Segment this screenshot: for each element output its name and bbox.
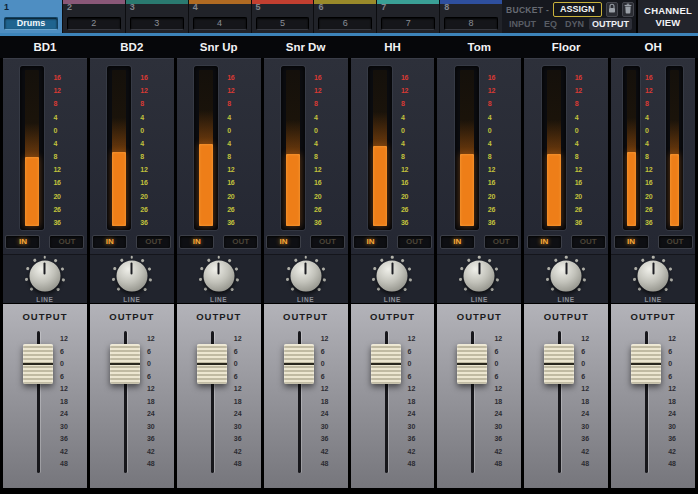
meter-scale-label: 26	[314, 206, 330, 213]
bucket-tab-3[interactable]: 33	[126, 0, 188, 33]
meter-scale: 1612840481216202636	[140, 74, 156, 226]
meter-section: 1612840481216202636INOUT	[351, 58, 435, 254]
bucket-tab-1[interactable]: 1Drums	[0, 0, 62, 33]
channel-name-3[interactable]: Snr Up	[177, 36, 261, 58]
fader-scale-label: 18	[147, 398, 165, 405]
trash-button[interactable]	[622, 2, 634, 17]
bucket-tab-2[interactable]: 22	[63, 0, 125, 33]
channel-name-6[interactable]: Tom	[437, 36, 521, 58]
view-mode-eq[interactable]: EQ	[541, 18, 560, 30]
channel-strips: 1612840481216202636INOUTLINEOUTPUT126061…	[0, 58, 698, 494]
fader-cap[interactable]	[631, 344, 661, 384]
meter-scale-label: 20	[488, 193, 504, 200]
tab-name-field[interactable]: 4	[193, 17, 247, 30]
tab-name-field[interactable]: 6	[318, 17, 372, 30]
fader-scale-label: 12	[668, 385, 686, 392]
fader-scale: 1260612182430364248	[668, 335, 686, 467]
bucket-tab-4[interactable]: 44	[189, 0, 251, 33]
line-knob[interactable]	[29, 261, 60, 292]
knob-tick-dot	[235, 267, 238, 270]
out-button[interactable]: OUT	[136, 235, 171, 249]
in-button[interactable]: IN	[5, 235, 40, 249]
out-button[interactable]: OUT	[310, 235, 345, 249]
meter-area: 1612840481216202636	[611, 59, 695, 232]
out-button[interactable]: OUT	[571, 235, 606, 249]
channel-name-4[interactable]: Snr Dw	[264, 36, 348, 58]
fader-cap[interactable]	[284, 344, 314, 384]
meter-area: 1612840481216202636	[3, 59, 87, 232]
in-button[interactable]: IN	[92, 235, 127, 249]
meter-scale: 1612840481216202636	[314, 74, 330, 226]
fader-cap[interactable]	[197, 344, 227, 384]
knob-tick-dot	[148, 267, 151, 270]
meter-scale-label: 12	[53, 166, 69, 173]
meter-section: 1612840481216202636INOUT	[177, 58, 261, 254]
in-button[interactable]: IN	[527, 235, 562, 249]
knob-tick-dot	[26, 267, 29, 270]
line-knob[interactable]	[464, 261, 495, 292]
bucket-tab-6[interactable]: 66	[314, 0, 376, 33]
fader-cap[interactable]	[371, 344, 401, 384]
in-button[interactable]: IN	[353, 235, 388, 249]
channel-view-button[interactable]: CHANNEL VIEW	[636, 0, 698, 33]
channel-name-5[interactable]: HH	[351, 36, 435, 58]
meter-scale-label: 8	[575, 153, 591, 160]
fader-area: 1260612182430364248	[437, 326, 521, 488]
line-knob[interactable]	[290, 261, 321, 292]
line-knob[interactable]	[203, 261, 234, 292]
tab-name-field[interactable]: 8	[444, 17, 498, 30]
fader-scale: 1260612182430364248	[60, 335, 78, 467]
fader-cap[interactable]	[110, 344, 140, 384]
line-knob[interactable]	[551, 261, 582, 292]
knob-tick-dot	[61, 267, 64, 270]
tab-name-field[interactable]: 2	[67, 17, 121, 30]
view-mode-dyn[interactable]: DYN	[562, 18, 587, 30]
in-button[interactable]: IN	[179, 235, 214, 249]
meter-fill	[112, 152, 126, 226]
out-button[interactable]: OUT	[223, 235, 258, 249]
meter-scale-label: 16	[645, 74, 661, 81]
bucket-tab-5[interactable]: 55	[252, 0, 314, 33]
knob-pointer	[478, 263, 480, 275]
fader-cap[interactable]	[544, 344, 574, 384]
meter-scale-label: 12	[140, 87, 156, 94]
tab-name-field[interactable]: Drums	[4, 17, 58, 30]
out-button[interactable]: OUT	[397, 235, 432, 249]
meter-scale-label: 16	[575, 74, 591, 81]
view-mode-output[interactable]: OUTPUT	[589, 18, 632, 30]
view-mode-input[interactable]: INPUT	[506, 18, 539, 30]
meter-scale-label: 26	[645, 206, 661, 213]
channel-name-1[interactable]: BD1	[3, 36, 87, 58]
line-knob[interactable]	[638, 261, 669, 292]
in-button[interactable]: IN	[614, 235, 649, 249]
output-section-title: OUTPUT	[524, 304, 608, 326]
line-knob[interactable]	[377, 261, 408, 292]
knob-tick-dot	[491, 288, 495, 292]
channel-name-7[interactable]: Floor	[524, 36, 608, 58]
bucket-tab-7[interactable]: 77	[377, 0, 439, 33]
knob-label: LINE	[3, 296, 87, 303]
channel-name-2[interactable]: BD2	[90, 36, 174, 58]
in-button[interactable]: IN	[440, 235, 475, 249]
fader-cap[interactable]	[23, 344, 53, 384]
knob-tick-dot	[583, 278, 586, 281]
tab-name-field[interactable]: 7	[381, 17, 435, 30]
output-section-title: OUTPUT	[351, 304, 435, 326]
out-button[interactable]: OUT	[49, 235, 84, 249]
lock-button[interactable]	[606, 2, 618, 17]
meter-scale-label: 4	[645, 114, 661, 121]
in-button[interactable]: IN	[266, 235, 301, 249]
out-button[interactable]: OUT	[658, 235, 693, 249]
knob-tick-dot	[317, 288, 321, 292]
bucket-tab-8[interactable]: 88	[440, 0, 502, 33]
fader-scale-label: 36	[408, 435, 426, 442]
fader-scale-label: 36	[60, 435, 78, 442]
fader-scale-label: 30	[408, 423, 426, 430]
tab-name-field[interactable]: 5	[256, 17, 310, 30]
line-knob[interactable]	[116, 261, 147, 292]
tab-name-field[interactable]: 3	[130, 17, 184, 30]
fader-cap[interactable]	[457, 344, 487, 384]
out-button[interactable]: OUT	[484, 235, 519, 249]
channel-name-8[interactable]: OH	[611, 36, 695, 58]
assign-button[interactable]: ASSIGN	[553, 2, 602, 17]
